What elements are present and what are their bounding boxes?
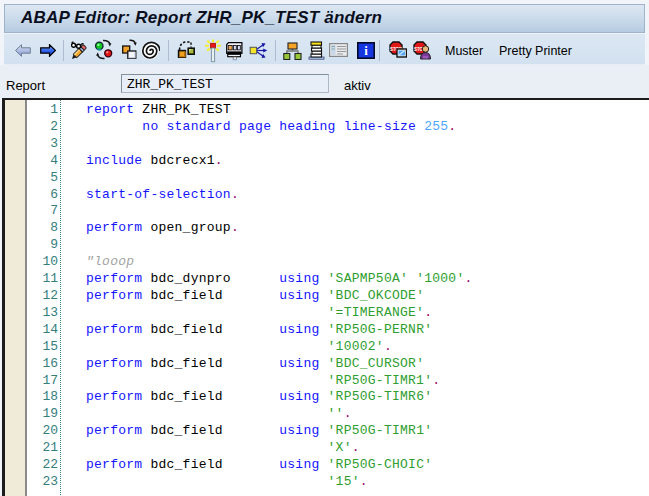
svg-text:i: i [364, 43, 368, 58]
